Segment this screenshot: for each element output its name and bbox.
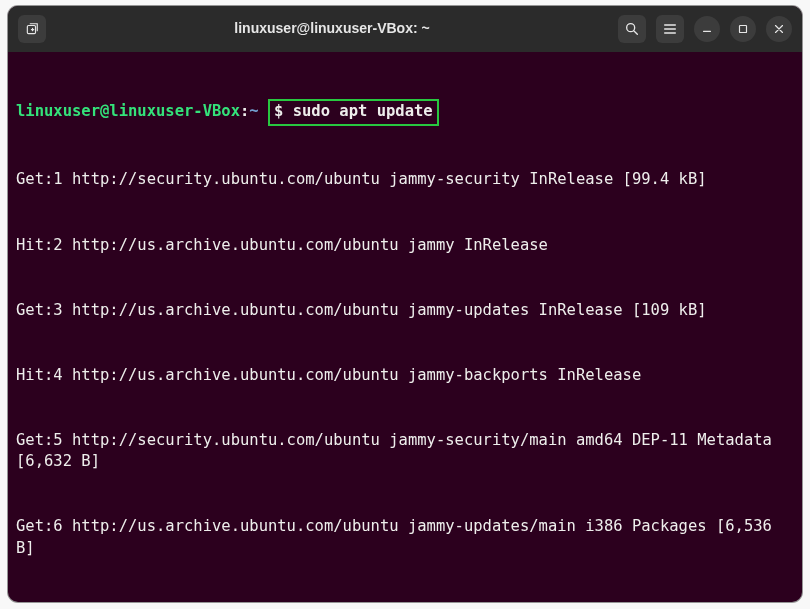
output-line: Get:1 http://security.ubuntu.com/ubuntu …: [16, 169, 794, 191]
output-line: Hit:4 http://us.archive.ubuntu.com/ubunt…: [16, 365, 794, 387]
prompt-path: ~: [249, 102, 258, 120]
terminal-window: linuxuser@linuxuser-VBox: ~ linuxuser@li…: [8, 6, 802, 602]
hamburger-menu-button[interactable]: [656, 15, 684, 43]
svg-point-1: [627, 24, 635, 32]
terminal-viewport[interactable]: linuxuser@linuxuser-VBox:~ $ sudo apt up…: [8, 52, 802, 602]
close-button[interactable]: [766, 16, 792, 42]
output-line: Get:5 http://security.ubuntu.com/ubuntu …: [16, 430, 794, 473]
window-title: linuxuser@linuxuser-VBox: ~: [46, 19, 618, 39]
titlebar: linuxuser@linuxuser-VBox: ~: [8, 6, 802, 52]
output-line: Get:3 http://us.archive.ubuntu.com/ubunt…: [16, 300, 794, 322]
prompt-sep: :: [240, 102, 249, 120]
svg-rect-2: [740, 26, 747, 33]
new-tab-button[interactable]: [18, 15, 46, 43]
minimize-button[interactable]: [694, 16, 720, 42]
output-line: Hit:2 http://us.archive.ubuntu.com/ubunt…: [16, 235, 794, 257]
highlighted-command: $ sudo apt update: [268, 99, 439, 126]
prompt-line-1: linuxuser@linuxuser-VBox:~ $ sudo apt up…: [16, 99, 794, 126]
search-button[interactable]: [618, 15, 646, 43]
prompt-user: linuxuser@linuxuser-VBox: [16, 102, 240, 120]
maximize-button[interactable]: [730, 16, 756, 42]
output-line: Get:6 http://us.archive.ubuntu.com/ubunt…: [16, 516, 794, 559]
